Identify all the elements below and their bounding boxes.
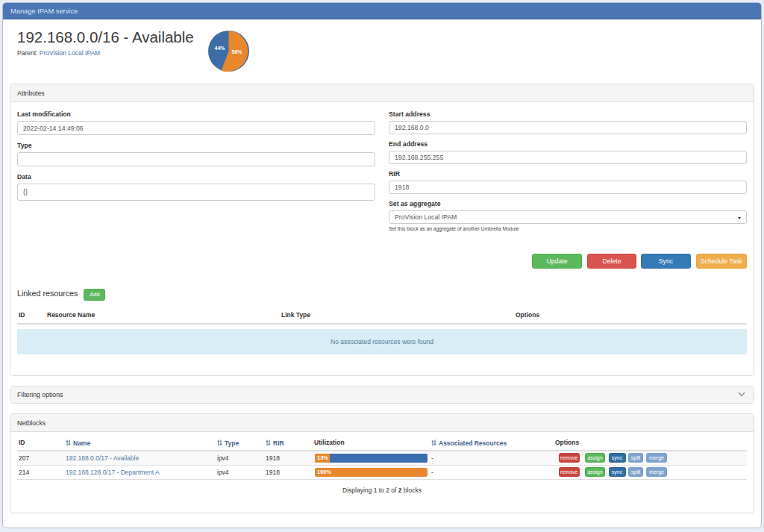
- svg-text:44%: 44%: [215, 46, 226, 51]
- svg-text:56%: 56%: [232, 49, 243, 54]
